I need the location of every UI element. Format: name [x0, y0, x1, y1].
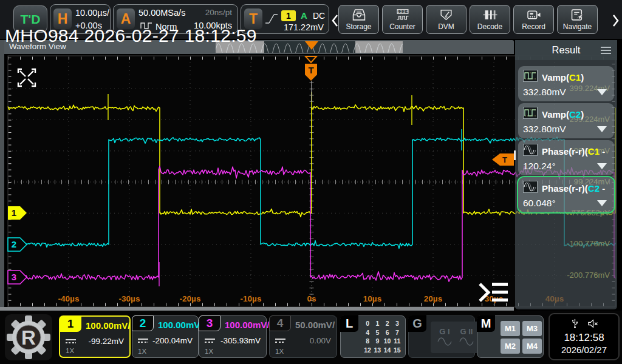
trigger-holdoff: A: [301, 10, 307, 21]
channel-4-box[interactable]: 4 50.00mV/ 0.00V 1X: [269, 315, 337, 358]
svg-text:R: R: [21, 326, 36, 349]
x-axis-label: -40µs: [58, 294, 80, 303]
logic-channel-9: 9: [375, 337, 379, 345]
channel-3-probe: 1X: [205, 348, 213, 355]
x-axis-label: 10µs: [363, 294, 381, 303]
svg-text:2: 2: [12, 239, 16, 249]
sine-wave-icon: [523, 144, 538, 158]
window-left-border: [0, 40, 4, 311]
logic-channel-7: 7: [395, 329, 399, 336]
math-button-m2[interactable]: M2: [501, 339, 520, 354]
math-button-m4[interactable]: M4: [522, 339, 542, 354]
svg-text:1: 1: [12, 207, 16, 218]
sine-icon: [437, 337, 453, 348]
x-axis-label: 20µs: [424, 294, 442, 303]
channel-1-box[interactable]: 1 100.00mV/ -99.22mV 1X: [59, 315, 131, 358]
grid-menu-icon[interactable]: [477, 280, 510, 307]
result-item-2[interactable]: Vamp(C2) 332.80mV: [518, 103, 614, 138]
svg-text:T: T: [502, 155, 507, 164]
x-axis-label: 0s: [307, 294, 316, 303]
speaker-muted-icon: [587, 318, 599, 331]
toolbar-button-counter[interactable]: 1 2 3 4 Counter: [382, 5, 423, 34]
result-scroll-indicator[interactable]: [514, 150, 516, 160]
overview-trigger-marker-icon: [305, 41, 318, 50]
trigger-source-badge: 1: [281, 10, 296, 21]
toolbar-button-navigate[interactable]: Navigate: [557, 5, 598, 34]
channel-4-offset: 0.00V: [310, 336, 331, 345]
result-item-1[interactable]: Vamp(C1) 332.80mV: [518, 66, 614, 101]
channel-2-badge: 2: [132, 315, 154, 331]
toolbar-button-dvm[interactable]: DVM: [426, 5, 466, 34]
logic-channel-15: 15: [394, 346, 401, 354]
channel-2-box[interactable]: 2 100.00mV/ -200.04mV 1X: [132, 315, 199, 358]
math-button-m1[interactable]: M1: [501, 321, 520, 336]
channel-2-offset: -200.04mV: [152, 336, 193, 345]
measurement-value: 60.048°: [523, 198, 556, 209]
sample-rate: 50.00MSa/s: [138, 8, 185, 18]
logic-channel-12: 12: [364, 346, 371, 354]
toolbar-button-storage[interactable]: Storage: [338, 5, 379, 34]
toolbar-button-record[interactable]: Record: [513, 5, 554, 34]
logic-channel-1: 1: [375, 320, 379, 327]
counter-icon: 1 2 3 4: [395, 8, 411, 22]
usb-icon: [570, 318, 580, 331]
measurement-label: Vamp(C1): [542, 72, 584, 83]
logic-badge: L: [340, 315, 358, 332]
logic-channels-panel[interactable]: L 0123456789101112131415: [340, 315, 406, 358]
sample-resolution: 20ns/pt: [205, 8, 232, 17]
math-badge: M: [477, 315, 495, 332]
logic-channel-3: 3: [395, 320, 399, 327]
result-item-4[interactable]: Phase(r-r)(C2 - 60.048°: [518, 177, 614, 212]
decode-icon: [482, 8, 498, 22]
logic-channel-14: 14: [384, 346, 391, 354]
math-panel[interactable]: M M1M3M2M4: [477, 315, 544, 358]
hamburger-menu-icon[interactable]: [601, 47, 611, 56]
clock-box[interactable]: 18:12:58 2026/02/27: [549, 313, 620, 360]
svg-text:T: T: [308, 65, 313, 75]
clock-time: 18:12:58: [564, 332, 604, 344]
measurement-label: Phase(r-r)(C1 -: [542, 146, 605, 157]
toolbar-scroll-left-icon[interactable]: [330, 13, 339, 30]
measurement-label: Phase(r-r)(C2 -: [542, 183, 605, 194]
clock-date: 2026/02/27: [561, 345, 607, 355]
logic-channel-2: 2: [386, 320, 389, 327]
x-axis-label: -10µs: [241, 294, 262, 303]
dc-coupling-icon: [275, 339, 285, 343]
logic-channel-0: 0: [366, 320, 369, 327]
trigger-level-value: 171.22mV: [284, 22, 324, 32]
bottom-status-bar: R 1 100.00mV/ -99.22mV 1X 2 100.00mV/ -2…: [0, 311, 622, 364]
generator-panel[interactable]: G G I G II: [408, 315, 475, 358]
dropdown-caret-icon[interactable]: [597, 89, 607, 95]
result-panel-header[interactable]: Result: [515, 40, 617, 60]
dropdown-caret-icon[interactable]: [597, 163, 607, 169]
channel-4-probe: 1X: [275, 348, 284, 355]
record-icon: [526, 8, 542, 22]
logic-digit-grid: 0123456789101112131415: [363, 319, 402, 354]
toolbar-scroll-right-icon[interactable]: [612, 13, 620, 30]
channel-1-badge: 1: [60, 316, 81, 332]
dc-coupling-icon: [66, 339, 76, 343]
measurement-value: 332.80mV: [523, 87, 566, 98]
result-items-list: Vamp(C1) 332.80mV Vamp(C2) 332.80mV Phas…: [515, 60, 617, 212]
channel-3-box[interactable]: 3 100.00mV/ -305.93mV 1X: [199, 315, 267, 358]
rigol-logo[interactable]: R: [5, 314, 52, 363]
channel-1-offset: -99.22mV: [88, 337, 124, 346]
measurement-value: 332.80mV: [523, 124, 566, 135]
x-axis-label: -20µs: [180, 294, 201, 303]
dropdown-caret-icon[interactable]: [597, 200, 607, 206]
measurement-value: 120.24°: [523, 161, 556, 172]
channel-3-offset: -305.93mV: [220, 336, 261, 345]
toolbar-button-decode[interactable]: Decode: [470, 5, 510, 34]
math-button-m3[interactable]: M3: [522, 321, 542, 336]
svg-text:1 2 3 4: 1 2 3 4: [397, 9, 408, 13]
logic-channel-5: 5: [375, 329, 379, 336]
screenshot-banner-title: MHO984 2026-02-27 18:12:59: [5, 25, 257, 46]
square-wave-icon: [523, 70, 538, 84]
dvm-icon: [439, 8, 454, 22]
svg-text:3: 3: [12, 272, 16, 282]
result-item-3[interactable]: Phase(r-r)(C1 - 120.24°: [518, 140, 614, 175]
dropdown-caret-icon[interactable]: [597, 126, 607, 132]
math-buttons: M1M3M2M4: [501, 321, 542, 354]
storage-icon: [351, 8, 367, 22]
x-axis-label: -30µs: [119, 294, 140, 303]
